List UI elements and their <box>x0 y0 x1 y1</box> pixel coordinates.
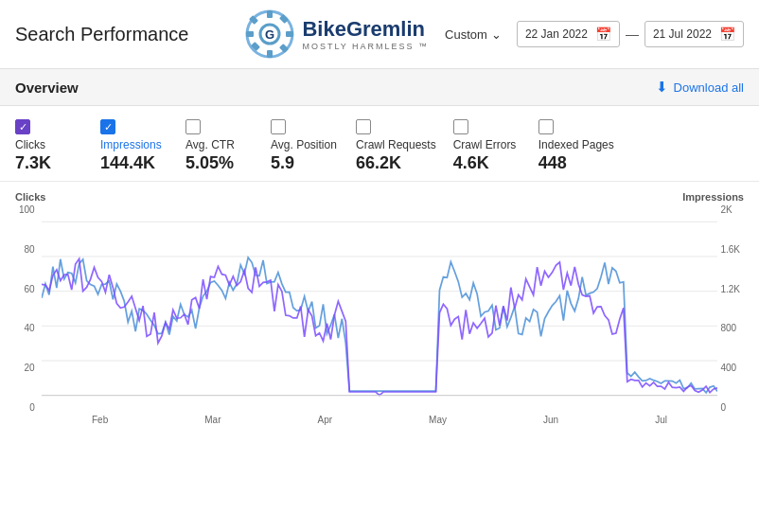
x-tick: Jul <box>655 415 667 425</box>
metric-value-crawl-errors: 4.6K <box>453 153 489 173</box>
date-separator: — <box>626 27 639 42</box>
start-date: 22 Jan 2022 <box>525 27 588 41</box>
chart-right-label: Impressions <box>682 191 744 203</box>
chart-svg <box>15 204 744 413</box>
metrics-row: ✓Clicks7.3K✓Impressions144.4KAvg. CTR5.0… <box>0 106 759 182</box>
metric-value-avg-position: 5.9 <box>271 153 294 173</box>
metric-checkbox-clicks[interactable]: ✓ <box>15 119 30 134</box>
calendar-icon: 📅 <box>595 27 611 42</box>
overview-label: Overview <box>15 80 79 96</box>
download-all-button[interactable]: ⬇ Download all <box>656 79 744 96</box>
page-title: Search Performance <box>15 24 188 45</box>
header: Search Performance G BikeGremlin MOSTLY … <box>0 0 759 69</box>
metric-item-crawl-requests[interactable]: Crawl Requests66.2K <box>356 119 453 173</box>
metric-item-avg-ctr[interactable]: Avg. CTR5.05% <box>185 119 271 173</box>
metric-checkbox-avg-position[interactable] <box>271 119 286 134</box>
x-tick: Jun <box>543 415 558 425</box>
y-right-tick: 1.2K <box>720 284 740 294</box>
metric-checkbox-crawl-requests[interactable] <box>356 119 371 134</box>
metric-checkbox-indexed-pages[interactable] <box>538 119 554 134</box>
svg-rect-3 <box>246 31 254 37</box>
y-left-tick: 100 <box>19 204 35 215</box>
x-tick: Apr <box>318 415 333 425</box>
metric-item-indexed-pages[interactable]: Indexed Pages448 <box>538 119 624 173</box>
overview-bar: Overview ⬇ Download all <box>0 69 759 106</box>
logo-gear-icon: G <box>245 9 294 59</box>
metric-value-impressions: 144.4K <box>100 153 155 173</box>
metric-item-impressions[interactable]: ✓Impressions144.4K <box>100 119 185 173</box>
y-right-tick: 0 <box>720 402 726 413</box>
y-left-tick: 0 <box>29 402 35 413</box>
chart-left-label: Clicks <box>15 191 45 203</box>
y-left-tick: 20 <box>25 363 35 373</box>
svg-rect-4 <box>286 31 293 37</box>
metric-value-indexed-pages: 448 <box>538 153 567 173</box>
y-left-tick: 40 <box>25 323 35 333</box>
svg-rect-6 <box>279 44 289 53</box>
end-date-box[interactable]: 21 Jul 2022 📅 <box>644 21 744 47</box>
custom-label: Custom <box>445 27 487 42</box>
logo-subtitle: MOSTLY HARMLESS ™ <box>302 42 429 51</box>
custom-dropdown[interactable]: Custom ⌄ <box>445 27 502 42</box>
y-right-tick: 400 <box>720 363 736 373</box>
y-left-tick: 60 <box>25 284 35 294</box>
y-axis-right: 2K1.6K1.2K8004000 <box>716 204 744 413</box>
y-right-tick: 800 <box>720 323 736 333</box>
chart-container: 100806040200 2K1.6K1.2K8004000 <box>15 204 744 413</box>
metric-item-clicks[interactable]: ✓Clicks7.3K <box>15 119 100 173</box>
download-icon: ⬇ <box>656 79 668 96</box>
chart-area: Clicks Impressions 100806040200 2K1.6K1.… <box>0 182 759 425</box>
x-tick: Mar <box>204 415 221 425</box>
metric-checkbox-impressions[interactable]: ✓ <box>100 119 115 134</box>
metric-checkbox-avg-ctr[interactable] <box>185 119 201 134</box>
logo-text: BikeGremlin MOSTLY HARMLESS ™ <box>302 17 429 51</box>
y-left-tick: 80 <box>25 244 35 255</box>
metric-checkbox-crawl-errors[interactable] <box>453 119 468 134</box>
y-right-tick: 2K <box>720 204 732 215</box>
chevron-down-icon: ⌄ <box>491 27 502 42</box>
metric-value-clicks: 7.3K <box>15 153 51 173</box>
end-date: 21 Jul 2022 <box>653 27 712 41</box>
metric-label-clicks: Clicks <box>15 138 45 151</box>
start-date-box[interactable]: 22 Jan 2022 📅 <box>517 21 620 47</box>
metric-item-avg-position[interactable]: Avg. Position5.9 <box>271 119 356 173</box>
logo-name: BikeGremlin <box>302 17 429 42</box>
metric-label-impressions: Impressions <box>100 138 162 151</box>
download-label: Download all <box>674 80 744 95</box>
metric-value-crawl-requests: 66.2K <box>356 153 401 173</box>
metric-label-avg-ctr: Avg. CTR <box>185 138 235 151</box>
metric-item-crawl-errors[interactable]: Crawl Errors4.6K <box>453 119 538 173</box>
metric-label-indexed-pages: Indexed Pages <box>538 138 614 151</box>
calendar-icon-end: 📅 <box>719 27 735 42</box>
logo-area: G BikeGremlin MOSTLY HARMLESS ™ <box>245 9 445 59</box>
y-right-tick: 1.6K <box>720 244 740 255</box>
metric-value-avg-ctr: 5.05% <box>185 153 234 173</box>
date-range: Custom ⌄ 22 Jan 2022 📅 — 21 Jul 2022 📅 <box>445 21 744 47</box>
metric-label-crawl-errors: Crawl Errors <box>453 138 517 151</box>
svg-text:G: G <box>265 27 274 42</box>
svg-rect-1 <box>267 10 273 18</box>
chart-axis-labels: Clicks Impressions <box>15 191 744 203</box>
metric-label-crawl-requests: Crawl Requests <box>356 138 436 151</box>
x-axis: FebMarAprMayJunJul <box>15 413 744 425</box>
x-tick: May <box>429 415 447 425</box>
y-axis-left: 100806040200 <box>15 204 39 413</box>
x-tick: Feb <box>92 415 108 425</box>
svg-rect-2 <box>267 50 273 58</box>
metric-label-avg-position: Avg. Position <box>271 138 337 151</box>
